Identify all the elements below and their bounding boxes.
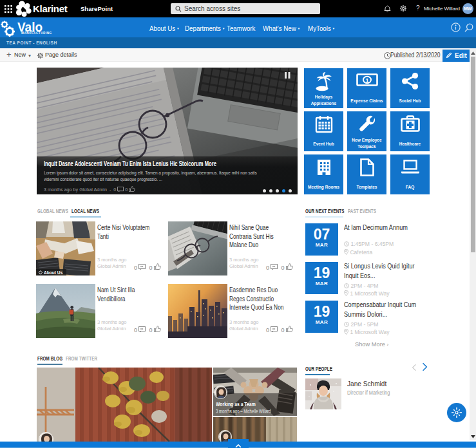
svg-text:1: 1 xyxy=(365,77,368,84)
svg-text:About Us: About Us xyxy=(44,270,63,275)
